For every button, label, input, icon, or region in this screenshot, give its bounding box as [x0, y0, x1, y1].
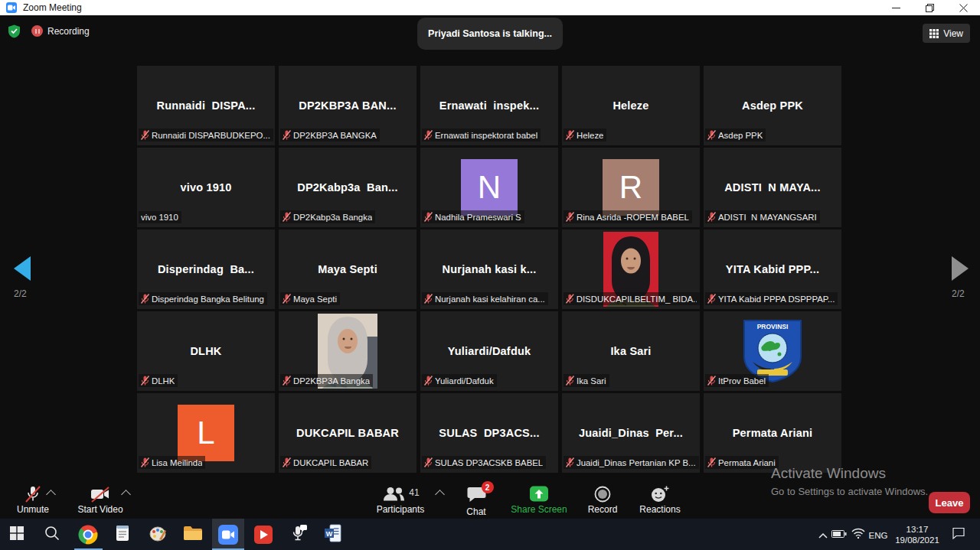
participant-label: Ika Sari [577, 376, 606, 386]
language-indicator[interactable]: ENG [869, 528, 888, 542]
participant-tile[interactable]: DISDUKCAPILBELTIM_ BIDA... [562, 229, 700, 309]
participant-tile[interactable]: ADISTI N MAYA... ADISTI N MAYANGSARI [704, 148, 841, 227]
minimize-button[interactable] [879, 0, 913, 15]
participant-tile[interactable]: DP2KBP3A BAN... DP2KBP3A BANGKA [279, 66, 416, 145]
mic-muted-icon [283, 376, 291, 386]
participant-name: ADISTI N MAYA... [724, 181, 821, 194]
prev-page-button[interactable]: 2/2 [14, 256, 60, 299]
participant-tile[interactable]: Ernawati inspek... Ernawati inspektorat … [420, 66, 558, 145]
participant-nameplate: DP2KBP3A Bangka [280, 374, 373, 387]
participant-nameplate: SULAS DP3ACSKB BABEL [422, 456, 546, 469]
zoom-taskbar-icon[interactable] [218, 525, 238, 545]
participant-nameplate: Ernawati inspektorat babel [422, 129, 541, 142]
record-button[interactable]: Record [576, 480, 629, 519]
participant-tile[interactable]: Heleze Heleze [562, 66, 700, 145]
start-button[interactable] [9, 526, 24, 544]
grid-view-icon [929, 29, 939, 38]
action-center-icon[interactable] [952, 527, 965, 542]
share-screen-button[interactable]: Share Screen [501, 480, 577, 519]
tray-expand-chevron[interactable] [818, 528, 828, 542]
battery-icon[interactable] [831, 528, 847, 542]
participant-tile[interactable]: Yuliardi/Dafduk Yuliardi/Dafduk [420, 311, 558, 391]
wifi-icon[interactable] [851, 528, 865, 542]
participant-tile[interactable]: SULAS DP3ACS... SULAS DP3ACSKB BABEL [420, 393, 558, 473]
participant-nameplate: Yuliardi/Dafduk [422, 374, 497, 387]
participant-tile[interactable]: Permata Ariani Permata Ariani [704, 393, 841, 473]
participant-tile[interactable]: Ika Sari Ika Sari [562, 311, 700, 391]
participant-tile[interactable]: Maya Septi Maya Septi [279, 229, 416, 309]
restore-button[interactable] [913, 0, 946, 15]
participant-tile[interactable]: DLHK DLHK [137, 311, 275, 391]
participant-nameplate: DISDUKCAPILBELTIM_ BIDA... [564, 292, 700, 305]
window-title: Zoom Meeting [23, 0, 82, 15]
paint-icon[interactable] [149, 524, 167, 545]
participant-name: Ernawati inspek... [439, 99, 539, 112]
mic-muted-icon [566, 294, 574, 304]
participant-tile[interactable]: Disperindag Ba... Disperindag Bangka Bel… [137, 229, 275, 309]
reactions-icon [649, 484, 671, 504]
participant-label: SULAS DP3ACSKB BABEL [435, 458, 543, 467]
participant-tile[interactable]: DUKCAPIL BABAR DUKCAPIL BABAR [279, 393, 416, 473]
next-page-button[interactable]: 2/2 [952, 256, 980, 299]
leave-button[interactable]: Leave [929, 492, 970, 513]
participant-name: DLHK [190, 345, 221, 357]
view-button[interactable]: View [923, 24, 970, 43]
participant-label: Maya Septi [293, 295, 337, 304]
security-shield-icon[interactable] [8, 24, 21, 38]
participant-tile[interactable]: DP2KBP3A Bangka [279, 311, 416, 391]
participants-button[interactable]: 41 Participants [358, 480, 443, 519]
participant-tile[interactable]: N Nadhila Prameswari S [420, 148, 558, 227]
participant-label: Disperindag Bangka Belitung [152, 295, 264, 304]
participant-nameplate: Nadhila Prameswari S [422, 210, 524, 223]
steps-recorder-icon[interactable] [289, 524, 308, 545]
participant-tile[interactable]: DP2Kabp3a Ban... DP2Kabp3a Bangka [279, 148, 416, 227]
participant-label: ADISTI N MAYANGSARI [718, 213, 817, 222]
word-icon[interactable]: W [324, 524, 342, 545]
participant-tile[interactable]: Nurjanah kasi k... Nurjanah kasi kelahir… [420, 229, 558, 309]
notepad-icon[interactable] [114, 524, 131, 545]
mic-muted-icon [707, 457, 716, 467]
record-icon [593, 484, 612, 504]
participant-tile[interactable]: Asdep PPK Asdep PPK [704, 66, 841, 145]
participant-label: DP2KBP3A Bangka [293, 376, 370, 386]
mic-muted-icon [141, 457, 149, 467]
mic-muted-icon [566, 212, 574, 222]
participant-tile[interactable]: vivo 1910 vivo 1910 [137, 148, 275, 227]
svg-text:PROVINSI: PROVINSI [757, 323, 789, 330]
mic-muted-icon [141, 294, 149, 304]
participant-nameplate: DLHK [139, 374, 178, 387]
participant-tile[interactable]: L Lisa Meilinda [137, 393, 275, 473]
participant-tile[interactable]: Runnaidi DISPA... Runnaidi DISPARBUDKEPO… [137, 66, 275, 145]
participant-name: vivo 1910 [180, 181, 231, 194]
media-player-icon[interactable] [254, 526, 273, 544]
mic-muted-icon [283, 130, 291, 140]
participant-tile[interactable]: PROVINSI ItProv Babel [704, 311, 841, 391]
start-video-button[interactable]: Start Video [70, 480, 130, 519]
participant-nameplate: Permata Ariani [705, 456, 779, 469]
share-screen-icon [528, 484, 550, 504]
taskbar-clock[interactable]: 13:17 19/08/2021 [888, 519, 946, 550]
reactions-button[interactable]: Reactions [629, 480, 691, 519]
participant-label: ItProv Babel [718, 376, 766, 386]
participant-name: SULAS DP3ACS... [439, 427, 539, 439]
search-icon[interactable] [44, 525, 60, 545]
participant-label: Yuliardi/Dafduk [435, 376, 494, 386]
chrome-icon[interactable] [79, 525, 98, 544]
page-indicator: 2/2 [14, 288, 60, 299]
avatar-letter: L [178, 405, 234, 461]
chat-button[interactable]: 2 Chat [453, 480, 499, 519]
close-button[interactable] [946, 0, 980, 15]
participant-name: Maya Septi [318, 263, 377, 275]
participant-nameplate: Ika Sari [564, 374, 609, 387]
participant-tile[interactable]: YITA Kabid PPP... YITA Kabid PPPA DSPPPA… [704, 229, 841, 309]
mic-muted-icon [23, 484, 43, 505]
clock-time: 13:17 [906, 524, 929, 535]
mic-muted-icon [707, 294, 716, 304]
participant-tile[interactable]: R Rina Asrida -ROPEM BABEL [562, 148, 700, 227]
participant-label: Permata Ariani [718, 458, 776, 467]
avatar-letter: R [603, 159, 659, 216]
participant-tile[interactable]: Juaidi_Dinas Per... Juaidi_Dinas Pertani… [562, 393, 700, 473]
file-explorer-icon[interactable] [183, 525, 203, 545]
recording-indicator-icon[interactable] [31, 25, 43, 37]
participant-grid: Runnaidi DISPA... Runnaidi DISPARBUDKEPO… [137, 66, 841, 473]
